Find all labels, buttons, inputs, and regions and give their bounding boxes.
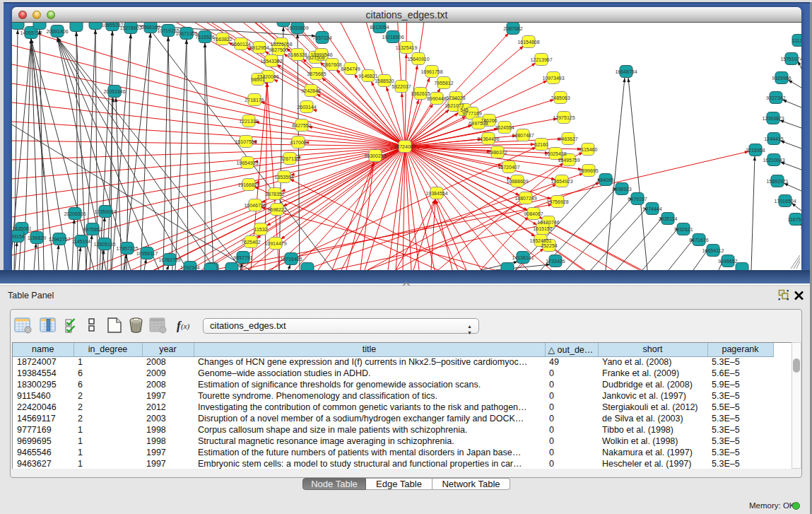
svg-text:7857224: 7857224 xyxy=(312,35,331,40)
svg-text:19384554: 19384554 xyxy=(425,191,447,196)
svg-text:1733426: 1733426 xyxy=(546,259,565,264)
svg-text:15751074: 15751074 xyxy=(780,57,801,62)
svg-text:11123: 11123 xyxy=(792,38,801,43)
svg-text:18807249: 18807249 xyxy=(514,196,536,201)
svg-text:10807487: 10807487 xyxy=(512,133,534,138)
svg-text:7986372: 7986372 xyxy=(488,150,507,155)
svg-text:9474444: 9474444 xyxy=(642,206,661,211)
svg-text:19166829: 19166829 xyxy=(237,182,259,187)
svg-text:16782759: 16782759 xyxy=(158,257,180,262)
svg-text:9084067: 9084067 xyxy=(524,211,543,216)
svg-text:20691406: 20691406 xyxy=(46,29,68,34)
svg-text:12213967: 12213967 xyxy=(530,57,552,62)
svg-text:7625402: 7625402 xyxy=(241,240,260,245)
svg-text:116753: 116753 xyxy=(788,217,801,222)
svg-text:11532: 11532 xyxy=(254,227,268,232)
svg-text:1615152: 1615152 xyxy=(533,226,552,231)
svg-text:8427552: 8427552 xyxy=(292,123,311,128)
svg-text:16033809: 16033809 xyxy=(286,25,308,30)
svg-text:1244415: 1244415 xyxy=(764,136,783,141)
svg-text:9777169: 9777169 xyxy=(462,111,481,116)
svg-text:15640910: 15640910 xyxy=(407,57,429,62)
svg-text:2867608: 2867608 xyxy=(322,62,341,67)
svg-text:17957225: 17957225 xyxy=(116,246,138,251)
svg-text:16210643: 16210643 xyxy=(763,158,784,163)
svg-text:8454749: 8454749 xyxy=(341,66,360,71)
svg-text:7663822: 7663822 xyxy=(213,37,232,42)
svg-text:1588520: 1588520 xyxy=(375,78,394,83)
svg-text:8912954: 8912954 xyxy=(249,45,269,50)
svg-text:8471676: 8471676 xyxy=(689,238,708,243)
svg-text:10973493: 10973493 xyxy=(542,76,564,81)
svg-text:8990448: 8990448 xyxy=(427,96,446,101)
svg-text:10671355: 10671355 xyxy=(175,31,197,36)
svg-text:10999546: 10999546 xyxy=(310,52,332,57)
svg-text:98901: 98901 xyxy=(251,77,265,82)
svg-text:21364436: 21364436 xyxy=(477,136,499,141)
svg-text:10958117: 10958117 xyxy=(136,251,158,256)
svg-text:(x): (x) xyxy=(181,322,190,331)
svg-text:15716485: 15716485 xyxy=(280,257,302,262)
svg-text:19524851: 19524851 xyxy=(529,238,551,243)
svg-text:3624554: 3624554 xyxy=(495,125,514,130)
svg-text:14055712: 14055712 xyxy=(20,30,42,35)
svg-text:1221338: 1221338 xyxy=(239,119,258,124)
svg-text:25300215: 25300215 xyxy=(364,153,386,158)
svg-text:9245652: 9245652 xyxy=(718,259,737,264)
svg-text:14136141: 14136141 xyxy=(512,255,534,260)
svg-text:7832621: 7832621 xyxy=(673,227,693,232)
svg-text:9660124: 9660124 xyxy=(231,42,250,47)
svg-text:9975867: 9975867 xyxy=(83,227,102,232)
svg-text:9463627: 9463627 xyxy=(558,136,577,141)
svg-text:252254: 252254 xyxy=(541,243,557,248)
svg-text:18495759: 18495759 xyxy=(558,158,579,163)
svg-text:9146821: 9146821 xyxy=(358,74,377,78)
svg-text:2935114: 2935114 xyxy=(659,216,678,221)
svg-text:3875685: 3875685 xyxy=(307,71,326,76)
svg-text:10688609: 10688609 xyxy=(506,179,528,184)
svg-text:6479197: 6479197 xyxy=(628,197,647,201)
svg-text:62160: 62160 xyxy=(534,142,548,147)
svg-text:20206536: 20206536 xyxy=(64,211,86,216)
svg-text:19654933: 19654933 xyxy=(236,160,258,165)
svg-text:1145194: 1145194 xyxy=(72,239,91,244)
svg-text:9115460: 9115460 xyxy=(579,147,598,152)
svg-text:16543382: 16543382 xyxy=(260,59,282,64)
svg-text:39154: 39154 xyxy=(12,234,25,239)
svg-text:5322037: 5322037 xyxy=(392,84,411,89)
svg-text:9827500: 9827500 xyxy=(269,47,288,52)
svg-text:15720407: 15720407 xyxy=(498,165,519,170)
svg-text:6794028: 6794028 xyxy=(446,95,465,100)
svg-text:3215958: 3215958 xyxy=(746,148,765,153)
svg-text:16961758: 16961758 xyxy=(420,69,442,74)
svg-text:15226058: 15226058 xyxy=(270,42,292,47)
svg-text:1353594: 1353594 xyxy=(274,175,293,180)
svg-text:1362615: 1362615 xyxy=(411,91,430,96)
svg-text:9329966: 9329966 xyxy=(772,76,791,81)
svg-text:9227342: 9227342 xyxy=(766,95,785,100)
svg-text:6497508: 6497508 xyxy=(469,121,488,126)
svg-text:12942757: 12942757 xyxy=(48,237,70,242)
svg-text:16154808: 16154808 xyxy=(517,40,539,45)
svg-text:16120746: 16120746 xyxy=(537,220,559,225)
svg-text:16107553: 16107553 xyxy=(235,139,257,144)
svg-text:10654112: 10654112 xyxy=(702,248,724,253)
svg-text:8938923: 8938923 xyxy=(612,187,631,192)
svg-text:2087682: 2087682 xyxy=(503,26,522,31)
svg-text:12093873: 12093873 xyxy=(762,116,784,121)
svg-text:10914479: 10914479 xyxy=(264,241,286,246)
svg-text:19654923: 19654923 xyxy=(551,179,572,184)
svg-text:17359924: 17359924 xyxy=(94,209,116,214)
svg-text:15692971: 15692971 xyxy=(766,179,788,184)
svg-text:3267130: 3267130 xyxy=(280,156,299,161)
svg-text:20053346: 20053346 xyxy=(103,89,125,94)
svg-text:8186328: 8186328 xyxy=(288,52,307,57)
svg-text:2603144: 2603144 xyxy=(297,105,316,110)
svg-text:2635061: 2635061 xyxy=(12,226,31,231)
svg-text:9857791: 9857791 xyxy=(233,255,252,260)
svg-text:3878352: 3878352 xyxy=(265,192,284,197)
svg-text:7955812: 7955812 xyxy=(434,81,453,86)
svg-text:7515526: 7515526 xyxy=(195,35,214,40)
svg-text:18724007: 18724007 xyxy=(394,144,416,149)
svg-text:15278602: 15278602 xyxy=(119,25,141,30)
